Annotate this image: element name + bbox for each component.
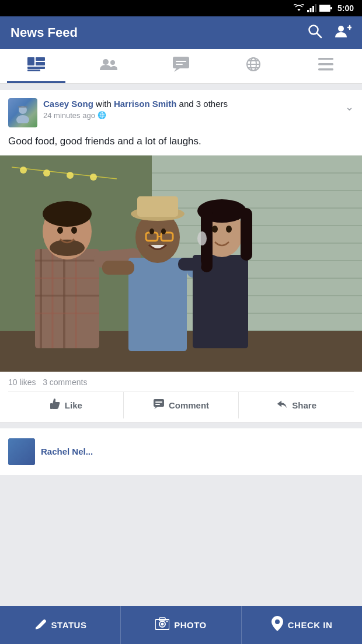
menu-icon <box>318 58 333 74</box>
svg-rect-1 <box>307 10 309 12</box>
svg-point-53 <box>67 172 74 179</box>
svg-point-51 <box>20 167 27 174</box>
bottom-bar: STATUS PHOTO CHECK IN <box>0 606 362 644</box>
status-label: STATUS <box>51 620 87 630</box>
battery-icon <box>319 5 332 12</box>
svg-rect-16 <box>27 67 45 69</box>
second-post-preview[interactable]: Rachel Nel... <box>0 428 362 475</box>
svg-rect-7 <box>330 7 332 9</box>
post-actions: Like Comment <box>8 392 354 418</box>
svg-rect-2 <box>309 8 311 12</box>
svg-rect-30 <box>318 68 333 71</box>
photo-icon <box>155 617 169 633</box>
timestamp-text: 24 minutes ago <box>43 111 95 120</box>
svg-rect-14 <box>36 57 45 61</box>
status-icon <box>34 617 47 633</box>
comment-icon <box>153 398 165 413</box>
status-bar: 5:00 <box>0 0 362 16</box>
svg-rect-29 <box>318 63 333 65</box>
status-action-button[interactable]: STATUS <box>0 606 121 644</box>
status-time: 5:00 <box>337 4 354 13</box>
tab-news-feed[interactable] <box>0 49 72 83</box>
svg-rect-74 <box>137 196 178 217</box>
svg-rect-21 <box>176 61 186 62</box>
status-icons: 5:00 <box>294 4 354 13</box>
svg-rect-33 <box>18 106 27 108</box>
checkin-action-button[interactable]: CHECK IN <box>242 606 362 644</box>
post-counts: 10 likes 3 comments <box>8 378 354 387</box>
post-card: Casey Song with Harrison Smith and 3 oth… <box>0 90 362 423</box>
like-button[interactable]: Like <box>8 392 124 418</box>
post-options-chevron[interactable]: ⌄ <box>345 98 354 113</box>
svg-point-10 <box>338 26 344 32</box>
tab-friends[interactable] <box>72 49 145 83</box>
svg-point-19 <box>110 60 115 65</box>
post-photo[interactable] <box>0 155 362 372</box>
svg-rect-90 <box>178 258 201 271</box>
like-icon <box>49 398 61 413</box>
messages-icon <box>173 57 189 75</box>
svg-point-68 <box>57 227 63 234</box>
tab-menu[interactable] <box>290 49 362 83</box>
globe-icon <box>246 57 261 75</box>
svg-point-78 <box>149 228 154 234</box>
svg-rect-86 <box>241 208 252 261</box>
page-title: News Feed <box>11 25 78 40</box>
svg-point-98 <box>161 623 164 626</box>
checkin-label: CHECK IN <box>288 620 333 630</box>
svg-point-66 <box>43 201 92 227</box>
tab-globe[interactable] <box>217 49 290 83</box>
svg-rect-15 <box>36 62 45 65</box>
search-icon[interactable] <box>307 23 322 42</box>
post-visibility-icon: 🌐 <box>98 111 106 119</box>
photo-label: PHOTO <box>174 620 207 630</box>
friend-requests-icon[interactable] <box>335 23 351 42</box>
svg-point-79 <box>161 228 166 234</box>
svg-rect-20 <box>173 57 189 68</box>
post-interaction-bar: 10 likes 3 comments Like <box>0 372 362 423</box>
post-author-name[interactable]: Casey Song <box>43 99 93 109</box>
post-header: Casey Song with Harrison Smith and 3 oth… <box>0 90 362 132</box>
wifi-icon <box>294 4 304 12</box>
svg-point-54 <box>90 174 97 181</box>
svg-rect-56 <box>35 249 99 348</box>
post-tagged-name[interactable]: Harrison Smith <box>114 99 177 109</box>
friends-icon <box>99 57 119 75</box>
app-header: News Feed <box>0 16 362 49</box>
svg-rect-91 <box>50 403 53 409</box>
svg-rect-6 <box>321 6 328 11</box>
svg-point-89 <box>226 226 232 233</box>
svg-line-9 <box>317 33 322 38</box>
svg-rect-82 <box>193 255 248 348</box>
share-button[interactable]: Share <box>239 392 354 418</box>
svg-rect-17 <box>27 70 40 71</box>
svg-rect-80 <box>102 261 134 275</box>
svg-rect-22 <box>176 64 183 65</box>
svg-rect-92 <box>154 399 164 407</box>
share-label: Share <box>292 400 316 410</box>
tab-bar <box>0 49 362 84</box>
avatar[interactable] <box>8 98 37 127</box>
svg-point-18 <box>103 59 109 65</box>
share-icon <box>276 398 288 413</box>
svg-point-100 <box>166 621 168 622</box>
post-with-text: with <box>96 99 114 109</box>
post-author-line: Casey Song with Harrison Smith and 3 oth… <box>43 98 228 110</box>
checkin-icon <box>272 616 283 634</box>
svg-point-69 <box>71 227 77 234</box>
svg-point-88 <box>212 226 218 233</box>
svg-marker-0 <box>297 9 301 11</box>
svg-rect-3 <box>312 6 314 12</box>
svg-rect-28 <box>318 58 333 60</box>
likes-count[interactable]: 10 likes <box>8 378 36 387</box>
svg-point-87 <box>197 231 207 245</box>
like-label: Like <box>65 400 82 410</box>
svg-rect-94 <box>155 404 160 405</box>
comment-button[interactable]: Comment <box>124 392 239 418</box>
news-feed-icon <box>27 57 45 75</box>
comments-count[interactable]: 3 comments <box>43 378 87 387</box>
photo-action-button[interactable]: PHOTO <box>121 606 242 644</box>
post-timestamp: 24 minutes ago 🌐 <box>43 111 228 120</box>
tab-messages[interactable] <box>145 49 217 83</box>
signal-icon <box>307 4 316 12</box>
